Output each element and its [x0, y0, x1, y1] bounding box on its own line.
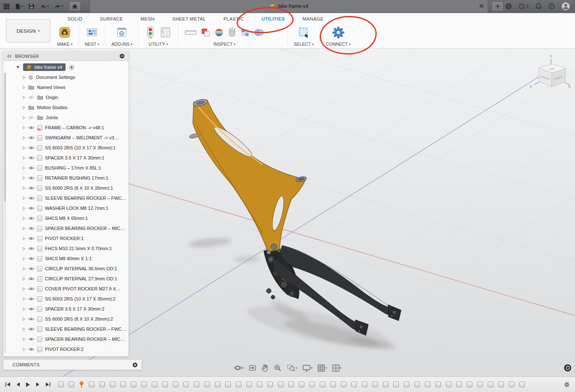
browser-root-chip[interactable]: bike frame v4 — [23, 63, 66, 71]
extensions-globe-icon[interactable] — [505, 3, 512, 10]
visibility-eye-icon[interactable] — [28, 347, 34, 351]
timeline-feature-component[interactable] — [372, 381, 378, 388]
timeline-feature-component[interactable] — [340, 381, 347, 388]
save-button[interactable] — [29, 3, 34, 9]
minimize-panel-icon[interactable] — [119, 53, 125, 59]
step-back-button[interactable] — [16, 382, 20, 387]
timeline-feature-component[interactable] — [214, 381, 221, 388]
expand-arrow-icon[interactable] — [23, 287, 26, 291]
file-menu-button[interactable]: ▾ — [15, 3, 23, 10]
browser-item[interactable]: RETAINER BUSHING 17mm:1 — [3, 173, 129, 183]
make-tool-button[interactable] — [58, 26, 71, 39]
expand-arrow-icon[interactable] — [23, 76, 26, 79]
timeline-feature-component[interactable] — [414, 381, 420, 388]
browser-item[interactable]: SPACER BEARING ROCKER – MIC… — [3, 334, 129, 344]
timeline-feature-component[interactable] — [277, 381, 284, 388]
group-dropdown-utility[interactable]: UTILITY▾ — [149, 42, 168, 47]
expand-arrow-icon[interactable] — [23, 227, 26, 230]
visibility-eye-icon[interactable] — [28, 267, 34, 271]
browser-item[interactable]: BUSHING – 17mm X 85L:1 — [3, 163, 129, 173]
timeline-feature-component[interactable] — [204, 381, 210, 388]
visibility-eye-icon[interactable] — [28, 206, 34, 210]
timeline-feature-component[interactable] — [319, 381, 326, 388]
timeline-feature-component[interactable] — [99, 381, 105, 388]
tab-manage[interactable]: MANAGE — [294, 14, 332, 24]
timeline-feature-component[interactable] — [68, 381, 75, 388]
visibility-eye-icon[interactable] — [28, 246, 34, 251]
timeline-feature-component[interactable] — [508, 381, 515, 388]
expand-arrow-icon[interactable] — [23, 327, 26, 331]
timeline-feature-component[interactable] — [88, 381, 95, 388]
viewcube[interactable]: TOP FRONT RIGHT Y X Z — [530, 54, 571, 89]
bluegrid-tool-button[interactable] — [240, 27, 250, 38]
timeline-feature-component[interactable] — [477, 381, 483, 388]
expand-arrow-icon[interactable] — [23, 196, 26, 200]
timeline-feature-component[interactable] — [151, 381, 158, 388]
group-dropdown-add-ins[interactable]: ADD-INS▾ — [111, 42, 132, 47]
expand-arrow-icon[interactable] — [23, 86, 26, 89]
expand-arrow-icon[interactable] — [23, 237, 26, 240]
browser-item[interactable]: CIRCLIP INTERNAL 36.5mm OD:1 — [3, 264, 129, 274]
timeline-feature-component[interactable] — [498, 381, 504, 388]
squares-tool-button[interactable] — [200, 27, 211, 38]
browser-item[interactable]: SS 6003 2RS (10 X 17 X 35mm):2 — [3, 294, 129, 304]
timeline-feature-component[interactable] — [456, 381, 462, 388]
expand-arrow-icon[interactable] — [23, 307, 26, 311]
timeline-feature-component[interactable] — [172, 381, 179, 388]
visibility-eye-icon[interactable] — [28, 317, 34, 321]
play-button[interactable] — [26, 382, 30, 387]
tab-utilities[interactable]: UTILITIES — [253, 14, 294, 24]
visibility-eye-icon[interactable] — [28, 327, 34, 331]
expand-arrow-icon[interactable] — [23, 348, 26, 351]
timeline-feature-component[interactable] — [267, 381, 273, 388]
tab-plastic[interactable]: PLASTIC — [215, 14, 253, 24]
visibility-eye-icon[interactable] — [28, 337, 34, 341]
expand-arrow-icon[interactable] — [23, 176, 26, 180]
visibility-eye-icon[interactable] — [28, 297, 34, 301]
expand-arrow-icon[interactable] — [23, 267, 26, 271]
document-tab[interactable]: bike frame v4 — [89, 0, 488, 13]
timeline-feature-component[interactable] — [403, 381, 410, 388]
undo-button[interactable]: ▾ — [40, 4, 49, 9]
browser-item[interactable]: COVER PIVOT ROCKER M27.9 X… — [3, 284, 129, 294]
connect-tool-button[interactable] — [331, 25, 346, 40]
grid-nav-button[interactable]: ▾ — [317, 363, 328, 373]
redo-button[interactable]: ▾ — [54, 4, 63, 9]
nest-tool-button[interactable] — [85, 26, 99, 39]
browser-root-row[interactable]: bike frame v4 — [3, 62, 129, 72]
browser-item[interactable]: Joints — [3, 112, 129, 123]
model-frame-carbon[interactable] — [189, 98, 307, 254]
timeline-feature-component[interactable] — [330, 381, 336, 388]
browser-item[interactable]: CIRCLIP INTERNAL 27.9mm OD:1 — [3, 274, 129, 284]
browser-item[interactable]: SPACER 3.5 X 17 X 30mm:2 — [3, 304, 129, 314]
collapse-panel-icon[interactable] — [7, 55, 11, 58]
browser-item[interactable]: SHCS M8 X 65mm:1 — [3, 213, 129, 223]
browser-item[interactable]: SWINGARM – WELDMENT -> v3… — [3, 133, 129, 143]
browser-item[interactable]: SPACER BEARING ROCKER – MIC… — [3, 223, 129, 233]
timeline-feature-component[interactable] — [361, 381, 368, 388]
visibility-eye-icon[interactable] — [28, 277, 34, 281]
help-icon[interactable]: ? — [548, 3, 555, 10]
traffic-tool-button[interactable] — [144, 26, 156, 39]
browser-scrollbar[interactable] — [4, 73, 6, 353]
browser-item[interactable]: FHCS M10 21.5mm X 0.70mm:1 — [3, 243, 129, 253]
expand-arrow-icon[interactable] — [23, 247, 26, 251]
browser-item[interactable]: SS 6000 2RS (8 X 10 X 26mm):1 — [3, 183, 129, 193]
visibility-eye-icon[interactable] — [28, 125, 34, 130]
browser-item[interactable]: Document Settings — [3, 72, 129, 82]
expand-arrow-icon[interactable] — [23, 156, 26, 160]
home-button[interactable] — [69, 1, 81, 11]
cylinder-tool-button[interactable] — [227, 27, 237, 38]
timeline-feature-component[interactable] — [382, 381, 389, 388]
timeline-feature-component[interactable] — [120, 381, 126, 388]
expand-arrow-icon[interactable] — [23, 317, 26, 321]
step-forward-button[interactable] — [36, 382, 40, 387]
timeline-feature-component[interactable] — [141, 381, 147, 388]
addins-tool-button[interactable] — [115, 26, 129, 39]
browser-item[interactable]: WASHER LOCK M8 12.7mm:1 — [3, 203, 129, 213]
browser-item[interactable]: SLEEVE BEARING ROCKER – FWC… — [3, 193, 129, 203]
timeline-feature-pin[interactable] — [79, 381, 84, 388]
expand-arrow-icon[interactable] — [23, 136, 26, 140]
expand-arrow-icon[interactable] — [23, 206, 26, 210]
select-tool-button[interactable] — [297, 26, 310, 39]
